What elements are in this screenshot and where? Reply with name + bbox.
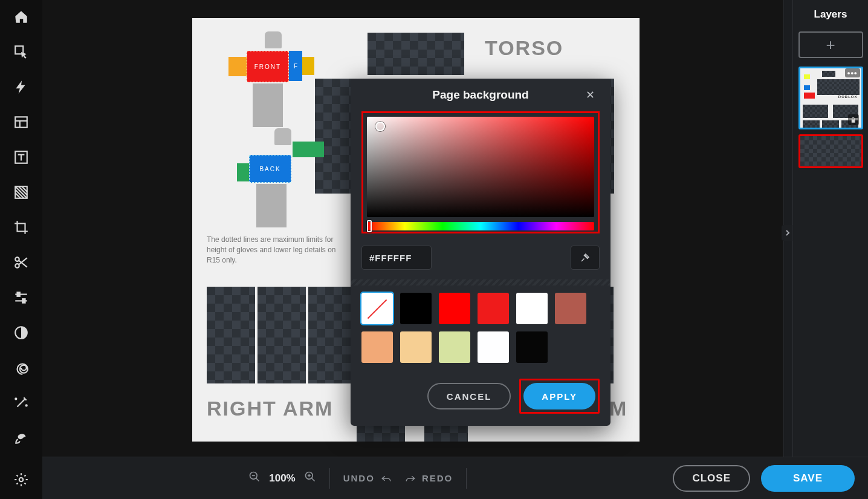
close-icon[interactable]: ✕ [586,88,595,102]
bottom-bar: 100% UNDO REDO CLOSE SAVE [42,457,868,499]
spiral-icon[interactable] [9,356,33,380]
zoom-out-icon[interactable] [248,471,261,486]
template-slot [308,287,357,383]
svg-point-6 [15,257,19,261]
swatch[interactable] [439,293,470,324]
swatch[interactable] [400,293,432,324]
template-slot [207,287,255,383]
swatch[interactable] [516,331,548,363]
wand-icon[interactable] [9,391,33,415]
tool-rail [0,0,42,499]
redo-button[interactable]: REDO [405,473,453,483]
brush-icon[interactable] [9,426,33,450]
template-slot [257,287,306,383]
apply-highlight: APPLY [519,379,600,414]
svg-line-20 [311,478,314,481]
collapse-sidebar-button[interactable] [782,225,794,241]
template-figure-back: BACK [220,127,323,230]
svg-line-17 [256,478,259,481]
hue-slider[interactable] [367,222,594,230]
scissors-icon[interactable] [9,250,33,275]
apply-button[interactable]: APPLY [523,383,595,409]
layer-thumbnail-1[interactable]: ROBLOX ••• [798,67,863,129]
panel-icon[interactable] [9,110,33,134]
saturation-value-area[interactable] [367,117,594,217]
page-background-dialog: Page background ✕ CANCEL APPLY [351,79,611,426]
settings-icon[interactable] [9,468,33,492]
undo-button[interactable]: UNDO [343,473,392,483]
home-icon[interactable] [9,5,33,29]
layers-panel: Layers + ROBLOX ••• [792,0,868,499]
template-note: The dotted lines are maximum limits for … [207,235,346,265]
layer-thumbnail-2[interactable] [798,134,863,168]
zoom-level: 100% [269,472,295,484]
crop-icon[interactable] [9,215,33,240]
dialog-title: Page background [432,88,528,102]
swatch[interactable] [361,331,393,363]
hue-cursor[interactable] [367,220,372,232]
close-button[interactable]: CLOSE [673,465,750,492]
hex-input[interactable] [361,246,432,270]
sliders-icon[interactable] [9,285,33,310]
swatch[interactable] [478,293,509,324]
template-slot [424,425,468,442]
color-area-highlight [361,111,600,233]
layer-menu-icon[interactable]: ••• [845,68,860,77]
layers-edge [783,0,792,499]
add-layer-button[interactable]: + [798,31,863,58]
pattern-icon[interactable] [9,180,33,204]
zoom-in-icon[interactable] [304,471,316,486]
sv-cursor[interactable] [375,122,385,131]
svg-rect-11 [22,299,25,303]
swatch[interactable] [400,331,432,363]
layers-title: Layers [814,8,847,21]
svg-point-13 [15,398,16,399]
divider [351,279,611,285]
label-left-arm-tail: M [609,397,627,420]
svg-point-15 [19,478,24,482]
cursor-icon[interactable] [9,40,33,64]
svg-point-14 [26,405,27,406]
template-slot [357,425,405,442]
template-figure-front: FRONT F [210,30,313,133]
eyedropper-button[interactable] [571,246,600,270]
svg-rect-1 [15,117,27,127]
swatch[interactable] [516,293,548,324]
swatch[interactable] [478,331,509,363]
save-button[interactable]: SAVE [761,465,855,492]
swatch[interactable] [361,293,393,324]
svg-rect-10 [18,292,20,296]
swatch[interactable] [439,331,470,363]
label-torso: TORSO [485,36,563,60]
svg-point-7 [15,264,19,268]
text-icon[interactable] [9,145,33,169]
swatch-grid [361,293,600,363]
lock-icon[interactable] [848,114,859,125]
swatch[interactable] [555,293,586,324]
bolt-icon[interactable] [9,75,33,99]
contrast-icon[interactable] [9,321,33,345]
template-slot [368,33,464,75]
cancel-button[interactable]: CANCEL [427,383,511,409]
label-right-arm: RIGHT ARM [207,397,333,420]
